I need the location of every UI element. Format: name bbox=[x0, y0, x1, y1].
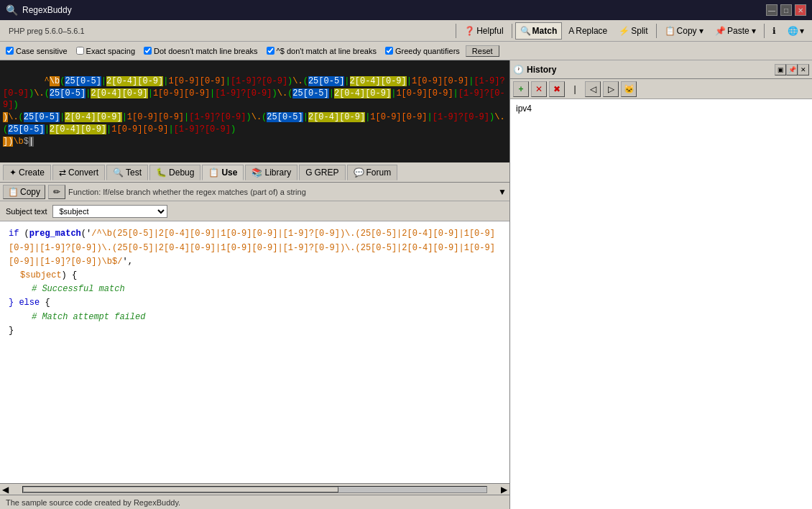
code-line-6: } bbox=[9, 324, 501, 338]
toolbar-separator-1 bbox=[456, 24, 456, 38]
status-bar: The sample source code created by RegexB… bbox=[0, 495, 509, 509]
reset-button[interactable]: Reset bbox=[466, 45, 499, 57]
h-scrollbar-area[interactable]: ◀ ▶ bbox=[0, 483, 509, 495]
history-add-button[interactable]: + bbox=[513, 81, 529, 97]
subject-select[interactable]: $subject bbox=[52, 205, 167, 218]
toolbar-separator-3 bbox=[656, 24, 657, 38]
nav-button[interactable]: 🌐 ▾ bbox=[783, 22, 809, 40]
split-button[interactable]: ⚡ Split bbox=[614, 22, 652, 40]
right-panel: 🕐 History ▣ 📌 ✕ + ✕ ✖ | ◁ ▷ 🐱 ipv4 bbox=[510, 60, 812, 509]
history-separator: | bbox=[567, 81, 583, 97]
toolbar-separator-2 bbox=[512, 24, 512, 38]
copy-small-icon: 📋 bbox=[8, 187, 19, 197]
history-pin-button[interactable]: 📌 bbox=[786, 64, 798, 75]
title-bar-controls[interactable]: — □ ✕ bbox=[766, 4, 806, 16]
tab-create[interactable]: ✦ Create bbox=[3, 165, 51, 180]
history-icon: 🕐 bbox=[513, 65, 524, 75]
match-button[interactable]: 🔍 Match bbox=[515, 22, 563, 40]
history-back-button[interactable]: ◁ bbox=[585, 81, 601, 97]
tab-debug[interactable]: 🐛 Debug bbox=[149, 165, 200, 180]
exact-spacing-checkbox[interactable] bbox=[76, 47, 84, 55]
library-icon: 📚 bbox=[252, 168, 262, 178]
maximize-button[interactable]: □ bbox=[780, 4, 792, 16]
forum-icon: 💬 bbox=[354, 168, 364, 178]
history-close-button[interactable]: ✕ bbox=[798, 64, 809, 75]
code-line-3: # Successful match bbox=[9, 283, 501, 296]
history-header: 🕐 History ▣ 📌 ✕ bbox=[510, 60, 812, 79]
close-button[interactable]: ✕ bbox=[795, 4, 806, 16]
version-label: PHP preg 5.6.0–5.6.1 bbox=[3, 27, 453, 35]
caret-dollar-option[interactable]: ^$ don't match at line breaks bbox=[264, 46, 379, 56]
scroll-down-icon[interactable]: ▼ bbox=[498, 187, 507, 197]
subject-bar: Subject text $subject bbox=[0, 201, 509, 221]
scroll-right-button[interactable]: ▶ bbox=[499, 485, 509, 495]
split-icon: ⚡ bbox=[619, 26, 629, 36]
history-title: 🕐 History bbox=[513, 65, 775, 75]
tabs-bar: ✦ Create ⇄ Convert 🔍 Test 🐛 Debug 📋 Use … bbox=[0, 162, 509, 183]
history-delete-button[interactable]: ✕ bbox=[531, 81, 547, 97]
history-cat-button[interactable]: 🐱 bbox=[621, 81, 637, 97]
h-scrollbar-track[interactable] bbox=[22, 486, 487, 493]
scroll-left-button[interactable]: ◀ bbox=[0, 485, 11, 495]
history-list[interactable]: ipv4 bbox=[510, 99, 812, 509]
dot-no-linebreaks-checkbox[interactable] bbox=[144, 47, 152, 55]
tab-forum[interactable]: 💬 Forum bbox=[347, 165, 398, 180]
status-text: The sample source code created by RegexB… bbox=[6, 498, 180, 507]
match-icon: 🔍 bbox=[520, 26, 531, 36]
code-line-1: if (preg_match('/^\b(25[0-5]|2[0-4][0-9]… bbox=[9, 227, 501, 269]
helpful-button[interactable]: ❓ Helpful bbox=[459, 22, 508, 40]
tab-test[interactable]: 🔍 Test bbox=[106, 165, 148, 180]
greedy-checkbox[interactable] bbox=[385, 47, 393, 55]
helpful-icon: ❓ bbox=[464, 26, 475, 36]
replace-button[interactable]: A Replace bbox=[563, 22, 612, 40]
tab-use[interactable]: 📋 Use bbox=[202, 165, 244, 180]
history-item[interactable]: ipv4 bbox=[513, 102, 809, 115]
history-delete-all-button[interactable]: ✖ bbox=[549, 81, 565, 97]
regex-editor[interactable]: ^\b(25[0-5]|2[0-4][0-9]|1[0-9][0-9]|[1-9… bbox=[0, 60, 509, 162]
tab-library[interactable]: 📚 Library bbox=[245, 165, 297, 180]
create-icon: ✦ bbox=[9, 168, 17, 178]
caret-dollar-checkbox[interactable] bbox=[267, 47, 274, 55]
copy-icon: 📋 bbox=[665, 26, 675, 36]
code-line-5: # Match attempt failed bbox=[9, 311, 501, 324]
edit-function-button[interactable]: ✏ bbox=[48, 185, 65, 199]
info-icon: ℹ bbox=[772, 26, 776, 36]
code-area[interactable]: if (preg_match('/^\b(25[0-5]|2[0-4][0-9]… bbox=[0, 221, 509, 483]
grep-icon: G bbox=[305, 168, 312, 178]
app-title: RegexBuddy bbox=[22, 5, 72, 15]
left-panel: ^\b(25[0-5]|2[0-4][0-9]|1[0-9][0-9]|[1-9… bbox=[0, 60, 510, 509]
greedy-option[interactable]: Greedy quantifiers bbox=[382, 46, 463, 56]
function-bar: 📋 Copy ✏ Function: If/else branch whethe… bbox=[0, 183, 509, 201]
paste-icon: 📌 bbox=[715, 26, 726, 36]
history-forward-button[interactable]: ▷ bbox=[603, 81, 619, 97]
code-line-2: $subject) { bbox=[9, 269, 501, 283]
paste-dropdown-button[interactable]: 📌 Paste ▾ bbox=[710, 22, 761, 40]
options-bar: Case sensitive Exact spacing Dot doesn't… bbox=[0, 42, 812, 60]
main-area: ^\b(25[0-5]|2[0-4][0-9]|1[0-9][0-9]|[1-9… bbox=[0, 60, 812, 509]
debug-icon: 🐛 bbox=[156, 168, 167, 178]
copy-dropdown-button[interactable]: 📋 Copy ▾ bbox=[660, 22, 709, 40]
tab-grep[interactable]: G GREP bbox=[299, 165, 345, 180]
case-sensitive-checkbox[interactable] bbox=[6, 47, 14, 55]
edit-icon: ✏ bbox=[53, 187, 60, 197]
case-sensitive-option[interactable]: Case sensitive bbox=[3, 46, 70, 56]
test-icon: 🔍 bbox=[113, 168, 124, 178]
tab-convert[interactable]: ⇄ Convert bbox=[52, 165, 105, 180]
regex-display: ^\b(25[0-5]|2[0-4][0-9]|1[0-9][0-9]|[1-9… bbox=[3, 63, 507, 160]
toolbar: PHP preg 5.6.0–5.6.1 ❓ Helpful 🔍 Match A… bbox=[0, 20, 812, 42]
dot-no-linebreaks-option[interactable]: Dot doesn't match line breaks bbox=[141, 46, 261, 56]
nav-icon: 🌐 bbox=[788, 26, 798, 36]
minimize-button[interactable]: — bbox=[766, 4, 778, 16]
exact-spacing-option[interactable]: Exact spacing bbox=[73, 46, 138, 56]
h-scrollbar-thumb[interactable] bbox=[23, 487, 338, 492]
title-bar: 🔍 RegexBuddy — □ ✕ bbox=[0, 0, 812, 20]
copy-function-button[interactable]: 📋 Copy bbox=[3, 185, 45, 199]
toolbar-separator-4 bbox=[764, 24, 765, 38]
use-icon: 📋 bbox=[208, 168, 219, 178]
title-bar-left: 🔍 RegexBuddy bbox=[6, 4, 72, 16]
function-text: Function: If/else branch whether the reg… bbox=[68, 188, 306, 196]
history-restore-button[interactable]: ▣ bbox=[775, 64, 786, 75]
info-button[interactable]: ℹ bbox=[767, 22, 781, 40]
subject-label: Subject text bbox=[6, 207, 47, 216]
app-icon: 🔍 bbox=[6, 4, 18, 16]
